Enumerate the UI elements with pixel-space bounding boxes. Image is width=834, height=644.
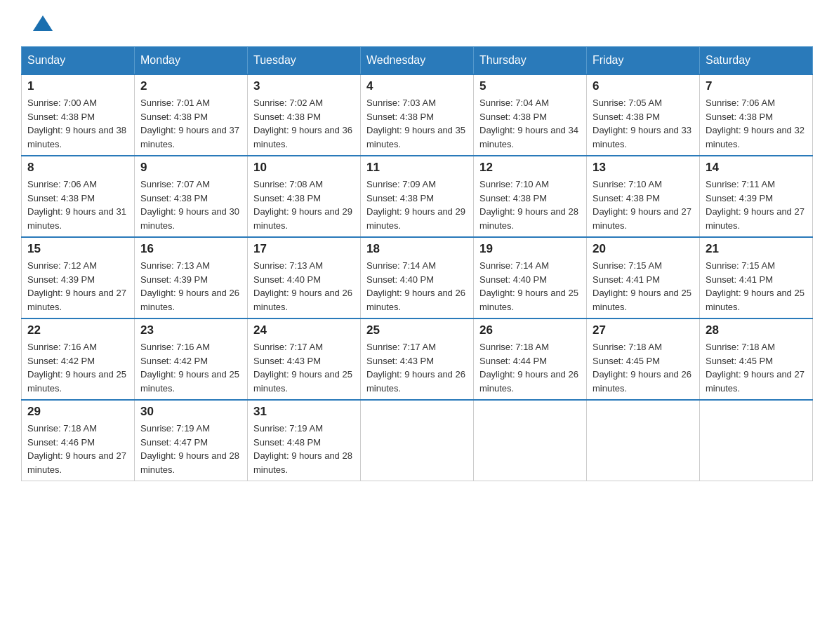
sunset-label: Sunset: 4:39 PM: [27, 274, 95, 285]
calendar-cell: [361, 400, 474, 481]
day-info: Sunrise: 7:06 AM Sunset: 4:38 PM Dayligh…: [27, 177, 128, 232]
sunrise-label: Sunrise: 7:11 AM: [706, 179, 775, 189]
weekday-header-sunday: Sunday: [22, 47, 135, 75]
sunset-label: Sunset: 4:39 PM: [706, 193, 773, 203]
day-info: Sunrise: 7:18 AM Sunset: 4:44 PM Dayligh…: [479, 340, 581, 395]
daylight-label: Daylight: 9 hours and 33 minutes.: [593, 125, 691, 149]
day-number: 7: [706, 79, 807, 93]
daylight-label: Daylight: 9 hours and 27 minutes.: [27, 288, 126, 312]
sunrise-label: Sunrise: 7:18 AM: [479, 342, 549, 352]
calendar-cell: 6 Sunrise: 7:05 AM Sunset: 4:38 PM Dayli…: [587, 74, 700, 156]
sunset-label: Sunset: 4:45 PM: [706, 356, 773, 366]
logo-triangle-icon: [33, 15, 53, 32]
calendar-cell: 4 Sunrise: 7:03 AM Sunset: 4:38 PM Dayli…: [361, 74, 474, 156]
calendar-cell: 13 Sunrise: 7:10 AM Sunset: 4:38 PM Dayl…: [587, 156, 700, 237]
sunset-label: Sunset: 4:40 PM: [366, 274, 434, 285]
calendar-cell: [587, 400, 700, 481]
sunset-label: Sunset: 4:42 PM: [140, 356, 208, 366]
daylight-label: Daylight: 9 hours and 26 minutes.: [140, 288, 239, 312]
daylight-label: Daylight: 9 hours and 25 minutes.: [479, 288, 578, 312]
sunset-label: Sunset: 4:38 PM: [593, 112, 660, 122]
day-info: Sunrise: 7:10 AM Sunset: 4:38 PM Dayligh…: [479, 177, 581, 232]
sunset-label: Sunset: 4:38 PM: [366, 112, 434, 122]
day-number: 19: [479, 242, 581, 256]
daylight-label: Daylight: 9 hours and 29 minutes.: [253, 206, 352, 231]
daylight-label: Daylight: 9 hours and 27 minutes.: [706, 206, 805, 231]
daylight-label: Daylight: 9 hours and 28 minutes.: [479, 206, 578, 231]
day-number: 4: [366, 79, 468, 93]
sunrise-label: Sunrise: 7:19 AM: [140, 423, 210, 434]
sunrise-label: Sunrise: 7:15 AM: [593, 260, 662, 271]
weekday-header-friday: Friday: [587, 47, 700, 75]
sunset-label: Sunset: 4:40 PM: [479, 274, 547, 285]
day-number: 1: [27, 79, 128, 93]
day-number: 17: [253, 242, 355, 256]
day-number: 20: [593, 242, 694, 256]
daylight-label: Daylight: 9 hours and 27 minutes.: [593, 206, 691, 231]
day-info: Sunrise: 7:15 AM Sunset: 4:41 PM Dayligh…: [706, 259, 807, 314]
sunset-label: Sunset: 4:38 PM: [253, 112, 321, 122]
calendar-cell: 30 Sunrise: 7:19 AM Sunset: 4:47 PM Dayl…: [135, 400, 248, 481]
sunrise-label: Sunrise: 7:05 AM: [593, 98, 662, 108]
sunset-label: Sunset: 4:38 PM: [140, 193, 208, 203]
daylight-label: Daylight: 9 hours and 26 minutes.: [366, 288, 465, 312]
day-number: 31: [253, 405, 355, 419]
sunset-label: Sunset: 4:41 PM: [706, 274, 773, 285]
day-number: 10: [253, 161, 355, 175]
daylight-label: Daylight: 9 hours and 26 minutes.: [366, 369, 465, 394]
daylight-label: Daylight: 9 hours and 26 minutes.: [253, 288, 352, 312]
day-info: Sunrise: 7:08 AM Sunset: 4:38 PM Dayligh…: [253, 177, 355, 232]
calendar-cell: 16 Sunrise: 7:13 AM Sunset: 4:39 PM Dayl…: [135, 237, 248, 318]
sunrise-label: Sunrise: 7:19 AM: [253, 423, 323, 434]
day-info: Sunrise: 7:18 AM Sunset: 4:46 PM Dayligh…: [27, 422, 128, 476]
daylight-label: Daylight: 9 hours and 31 minutes.: [27, 206, 126, 231]
daylight-label: Daylight: 9 hours and 37 minutes.: [140, 125, 239, 149]
svg-marker-0: [33, 15, 53, 31]
day-number: 25: [366, 323, 468, 337]
calendar-cell: [700, 400, 813, 481]
sunset-label: Sunset: 4:38 PM: [140, 112, 208, 122]
day-info: Sunrise: 7:11 AM Sunset: 4:39 PM Dayligh…: [706, 177, 807, 232]
day-number: 28: [706, 323, 807, 337]
daylight-label: Daylight: 9 hours and 26 minutes.: [593, 369, 691, 394]
weekday-header-thursday: Thursday: [474, 47, 587, 75]
calendar-cell: 19 Sunrise: 7:14 AM Sunset: 4:40 PM Dayl…: [474, 237, 587, 318]
sunset-label: Sunset: 4:42 PM: [27, 356, 95, 366]
calendar-cell: 1 Sunrise: 7:00 AM Sunset: 4:38 PM Dayli…: [22, 74, 135, 156]
calendar-cell: 3 Sunrise: 7:02 AM Sunset: 4:38 PM Dayli…: [248, 74, 361, 156]
sunrise-label: Sunrise: 7:06 AM: [706, 98, 775, 108]
daylight-label: Daylight: 9 hours and 28 minutes.: [140, 450, 239, 475]
day-info: Sunrise: 7:06 AM Sunset: 4:38 PM Dayligh…: [706, 96, 807, 151]
sunrise-label: Sunrise: 7:15 AM: [706, 260, 775, 271]
day-number: 12: [479, 161, 581, 175]
calendar-week-row: 15 Sunrise: 7:12 AM Sunset: 4:39 PM Dayl…: [22, 237, 813, 318]
sunset-label: Sunset: 4:38 PM: [27, 112, 95, 122]
sunrise-label: Sunrise: 7:06 AM: [27, 179, 97, 189]
day-number: 21: [706, 242, 807, 256]
day-info: Sunrise: 7:17 AM Sunset: 4:43 PM Dayligh…: [366, 340, 468, 395]
day-number: 24: [253, 323, 355, 337]
sunset-label: Sunset: 4:47 PM: [140, 437, 208, 448]
sunrise-label: Sunrise: 7:01 AM: [140, 98, 210, 108]
day-number: 22: [27, 323, 128, 337]
weekday-header-row: SundayMondayTuesdayWednesdayThursdayFrid…: [22, 47, 813, 75]
sunset-label: Sunset: 4:43 PM: [253, 356, 321, 366]
sunrise-label: Sunrise: 7:08 AM: [253, 179, 323, 189]
calendar-cell: 5 Sunrise: 7:04 AM Sunset: 4:38 PM Dayli…: [474, 74, 587, 156]
calendar-cell: 25 Sunrise: 7:17 AM Sunset: 4:43 PM Dayl…: [361, 318, 474, 400]
day-number: 2: [140, 79, 241, 93]
daylight-label: Daylight: 9 hours and 28 minutes.: [253, 450, 352, 475]
day-number: 13: [593, 161, 694, 175]
sunrise-label: Sunrise: 7:02 AM: [253, 98, 323, 108]
daylight-label: Daylight: 9 hours and 25 minutes.: [27, 369, 126, 394]
day-number: 3: [253, 79, 355, 93]
day-info: Sunrise: 7:09 AM Sunset: 4:38 PM Dayligh…: [366, 177, 468, 232]
sunrise-label: Sunrise: 7:18 AM: [27, 423, 97, 434]
day-info: Sunrise: 7:04 AM Sunset: 4:38 PM Dayligh…: [479, 96, 581, 151]
calendar-cell: 17 Sunrise: 7:13 AM Sunset: 4:40 PM Dayl…: [248, 237, 361, 318]
calendar-cell: 10 Sunrise: 7:08 AM Sunset: 4:38 PM Dayl…: [248, 156, 361, 237]
sunrise-label: Sunrise: 7:10 AM: [593, 179, 662, 189]
calendar-cell: 31 Sunrise: 7:19 AM Sunset: 4:48 PM Dayl…: [248, 400, 361, 481]
sunset-label: Sunset: 4:48 PM: [253, 437, 321, 448]
calendar-cell: 24 Sunrise: 7:17 AM Sunset: 4:43 PM Dayl…: [248, 318, 361, 400]
